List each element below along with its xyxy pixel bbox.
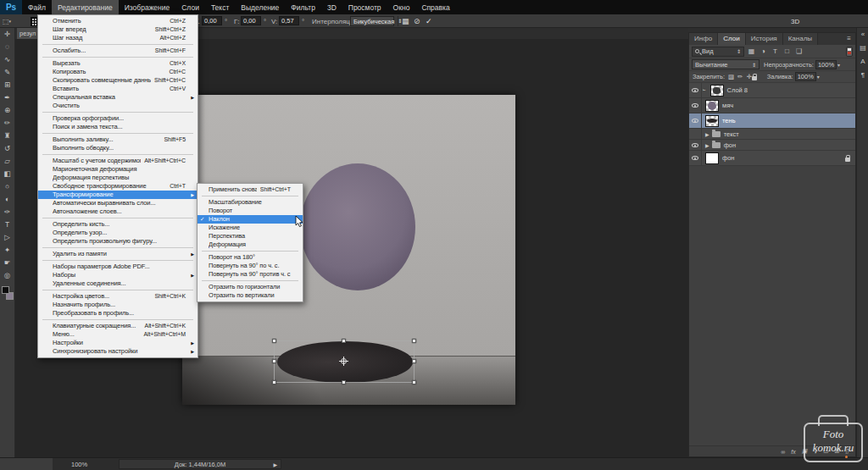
edit-menu-item-21[interactable]: Деформация перспективы [38, 174, 198, 182]
healing-brush-tool-icon[interactable]: ⊕ [0, 104, 14, 117]
transform-submenu-item-7[interactable]: Деформация [198, 241, 303, 249]
edit-menu-item-28[interactable]: Определить узор... [38, 229, 198, 237]
crop-tool-icon[interactable]: ⊞ [0, 79, 14, 91]
clone-stamp-tool-icon[interactable]: ♜ [0, 130, 14, 142]
collapse-dock-icon[interactable]: « [857, 28, 868, 41]
transform-submenu-item-4[interactable]: ✓Наклон [198, 215, 303, 224]
edit-menu-item-10[interactable]: Специальная вставка▶ [38, 93, 198, 102]
gradient-tool-icon[interactable]: ◧ [0, 168, 14, 180]
layer-filter-switch[interactable] [846, 47, 853, 57]
menubar-item-4[interactable]: Текст [205, 0, 235, 14]
marquee-tool-icon[interactable]: ◌ [0, 41, 14, 53]
expand-arrow-icon[interactable]: ▶ [705, 131, 709, 137]
filter-smart-objects-icon[interactable]: ❏ [794, 47, 804, 55]
lock-transparency-icon[interactable]: ▨ [728, 73, 734, 80]
transform-handle-bottom-left[interactable] [272, 380, 276, 384]
lasso-tool-icon[interactable]: ∿ [0, 53, 14, 66]
transform-submenu-item-9[interactable]: Поворот на 180° [198, 253, 303, 262]
edit-menu-item-39[interactable]: Преобразовать в профиль... [38, 309, 198, 318]
filter-kind-dropdown[interactable]: Вид ⇕ [692, 47, 744, 57]
lock-paint-icon[interactable]: ✏ [737, 73, 743, 80]
document-info[interactable]: Док: 1,44М/16,0М ▶ [119, 459, 281, 469]
edit-menu-item-43[interactable]: Настройки▶ [38, 339, 198, 347]
layer-style-icon[interactable]: fx [791, 449, 795, 455]
blur-tool-icon[interactable]: ○ [0, 180, 14, 193]
paragraph-panel-icon[interactable]: ¶ [857, 69, 868, 82]
layer-row-5[interactable]: фон [689, 151, 855, 166]
panel-tab-2[interactable]: История [746, 33, 783, 45]
edit-menu-item-13[interactable]: Проверка орфографии... [38, 114, 198, 123]
edit-menu-item-24[interactable]: Автоматически выравнивать слои... [38, 199, 198, 207]
dropdown-caret-icon[interactable]: ▾ [837, 62, 840, 68]
zoom-tool-icon[interactable]: ◎ [0, 269, 14, 282]
transform-bounding-box[interactable] [274, 340, 415, 383]
panel-tab-1[interactable]: Слои [718, 33, 745, 45]
custom-shape-tool-icon[interactable]: ✦ [0, 244, 14, 257]
edit-menu-item-42[interactable]: Меню...Alt+Shift+Ctrl+M [38, 330, 198, 339]
transform-reference-point[interactable] [341, 358, 347, 364]
edit-menu-item-41[interactable]: Клавиатурные сокращения...Alt+Shift+Ctrl… [38, 322, 198, 330]
brush-tool-icon[interactable]: ✏ [0, 117, 14, 130]
h-skew-input[interactable]: 0,00 [241, 16, 261, 25]
edit-menu-item-25[interactable]: Автоналожение слоев... [38, 207, 198, 216]
opacity-value[interactable]: 100% [815, 60, 837, 69]
layer-thumbnail[interactable] [705, 100, 719, 112]
menubar-item-8[interactable]: Просмотр [342, 0, 387, 14]
fill-value[interactable]: 100% [795, 72, 816, 81]
transform-handle-top-center[interactable] [342, 339, 346, 343]
edit-menu-item-19[interactable]: Масштаб с учетом содержимогоAlt+Shift+Ct… [38, 157, 198, 165]
commit-transform-icon[interactable]: ✓ [426, 14, 432, 28]
layer-row-0[interactable]: ⌐Слой 8 [689, 83, 855, 98]
transform-handle-top-right[interactable] [412, 339, 416, 343]
menubar-item-10[interactable]: Справка [415, 0, 455, 14]
edit-menu-item-34[interactable]: Наборы▶ [38, 271, 198, 279]
menubar-item-1[interactable]: Редактирование [52, 0, 119, 14]
history-brush-tool-icon[interactable]: ↺ [0, 142, 14, 155]
edit-menu-item-33[interactable]: Наборы параметров Adobe PDF... [38, 263, 198, 271]
edit-menu-item-1[interactable]: Шаг впередShift+Ctrl+Z [38, 25, 198, 34]
visibility-toggle[interactable] [689, 98, 702, 113]
character-panel-icon[interactable]: A [857, 55, 868, 69]
layer-thumbnail[interactable] [710, 85, 724, 97]
layer-thumbnail[interactable] [705, 152, 719, 164]
dropdown-caret-icon[interactable]: ▾ [817, 74, 820, 80]
transform-submenu-item-13[interactable]: Отразить по горизонтали [198, 283, 303, 291]
path-selection-tool-icon[interactable]: ▷ [0, 231, 14, 244]
transform-handle-bottom-right[interactable] [412, 380, 416, 384]
panel-menu-icon[interactable]: ≡ [843, 33, 855, 45]
workspace-switcher[interactable]: 3D [791, 14, 799, 28]
transform-handle-mid-left[interactable] [272, 359, 276, 363]
eyedropper-tool-icon[interactable]: ✒ [0, 91, 14, 104]
transform-submenu-item-3[interactable]: Поворот [198, 207, 303, 215]
v-skew-input[interactable]: 0,57 [279, 16, 299, 25]
edit-menu-item-2[interactable]: Шаг назадAlt+Ctrl+Z [38, 34, 198, 42]
layer-row-2[interactable]: тень [689, 113, 855, 129]
edit-menu-item-20[interactable]: Марионеточная деформация [38, 165, 198, 174]
visibility-toggle[interactable] [689, 113, 702, 128]
transform-submenu-item-2[interactable]: Масштабирование [198, 198, 303, 207]
transform-submenu-item-11[interactable]: Повернуть на 90° против ч. с. [198, 270, 303, 279]
transform-submenu-item-0[interactable]: Применить сноваShift+Ctrl+T [198, 185, 303, 194]
edit-menu-item-11[interactable]: Очистить [38, 102, 198, 110]
panel-tab-3[interactable]: Каналы [783, 33, 818, 45]
menubar-item-0[interactable]: Файл [22, 0, 52, 14]
edit-menu-item-14[interactable]: Поиск и замена текста... [38, 123, 198, 131]
edit-menu-item-27[interactable]: Определить кисть... [38, 220, 198, 229]
menubar-item-6[interactable]: Фильтр [285, 0, 321, 14]
filter-type-layers-icon[interactable]: T [771, 47, 780, 55]
edit-menu-item-6[interactable]: ВырезатьCtrl+X [38, 59, 198, 68]
transform-submenu-item-14[interactable]: Отразить по вертикали [198, 291, 303, 300]
tool-preset-icon[interactable]: ⬚▾ [3, 14, 11, 28]
hand-tool-icon[interactable]: ☛ [0, 257, 14, 269]
status-arrow-icon[interactable]: ▶ [273, 460, 277, 470]
visibility-toggle[interactable] [689, 140, 702, 150]
lock-move-icon[interactable]: ✛ [746, 73, 751, 80]
transform-handle-mid-right[interactable] [412, 359, 416, 363]
lock-all-icon[interactable] [752, 76, 757, 80]
filter-adjustment-layers-icon[interactable]: ◑ [759, 47, 768, 55]
layer-row-1[interactable]: мяч [689, 98, 855, 113]
styles-panel-icon[interactable]: ▤ [857, 41, 868, 55]
visibility-toggle[interactable] [689, 129, 702, 139]
quick-selection-tool-icon[interactable]: ✎ [0, 66, 14, 79]
edit-menu-item-4[interactable]: Ослабить...Shift+Ctrl+F [38, 47, 198, 55]
